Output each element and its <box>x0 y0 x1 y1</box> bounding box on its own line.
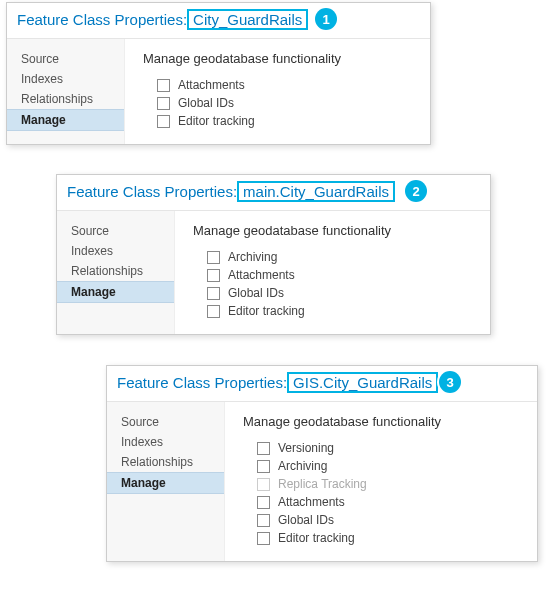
title-prefix: Feature Class Properties: <box>117 374 287 391</box>
sidebar-item-indexes[interactable]: Indexes <box>7 69 124 89</box>
checkbox-icon[interactable] <box>157 97 170 110</box>
sidebar-item-manage[interactable]: Manage <box>7 109 124 131</box>
checkbox-icon[interactable] <box>207 251 220 264</box>
checkbox-icon[interactable] <box>257 442 270 455</box>
option-label: Replica Tracking <box>278 477 367 491</box>
sidebar-item-relationships[interactable]: Relationships <box>7 89 124 109</box>
manage-panel: Manage geodatabase functionality Attachm… <box>125 39 430 144</box>
option-editor-tracking[interactable]: Editor tracking <box>143 112 412 130</box>
option-archiving[interactable]: Archiving <box>193 248 472 266</box>
option-attachments[interactable]: Attachments <box>193 266 472 284</box>
option-label: Versioning <box>278 441 334 455</box>
panel-title: Manage geodatabase functionality <box>193 223 472 238</box>
option-globalids[interactable]: Global IDs <box>243 511 519 529</box>
option-attachments[interactable]: Attachments <box>143 76 412 94</box>
sidebar: Source Indexes Relationships Manage <box>57 211 175 334</box>
dialog-3: Feature Class Properties: GIS.City_Guard… <box>106 365 538 562</box>
option-globalids[interactable]: Global IDs <box>193 284 472 302</box>
sidebar-item-indexes[interactable]: Indexes <box>57 241 174 261</box>
callout-marker-1: 1 <box>315 8 337 30</box>
checkbox-icon[interactable] <box>157 79 170 92</box>
dialog-body: Source Indexes Relationships Manage Mana… <box>107 402 537 561</box>
panel-title: Manage geodatabase functionality <box>143 51 412 66</box>
checkbox-icon[interactable] <box>257 532 270 545</box>
option-label: Global IDs <box>228 286 284 300</box>
option-label: Attachments <box>278 495 345 509</box>
option-editor-tracking[interactable]: Editor tracking <box>243 529 519 547</box>
option-globalids[interactable]: Global IDs <box>143 94 412 112</box>
dialog-2: Feature Class Properties: main.City_Guar… <box>56 174 491 335</box>
checkbox-icon[interactable] <box>157 115 170 128</box>
sidebar-item-source[interactable]: Source <box>7 49 124 69</box>
title-prefix: Feature Class Properties: <box>67 183 237 200</box>
sidebar-item-source[interactable]: Source <box>107 412 224 432</box>
option-label: Global IDs <box>278 513 334 527</box>
title-prefix: Feature Class Properties: <box>17 11 187 28</box>
sidebar-item-source[interactable]: Source <box>57 221 174 241</box>
option-label: Global IDs <box>178 96 234 110</box>
sidebar-item-relationships[interactable]: Relationships <box>57 261 174 281</box>
checkbox-icon[interactable] <box>257 496 270 509</box>
checkbox-icon[interactable] <box>207 305 220 318</box>
checkbox-icon[interactable] <box>257 514 270 527</box>
manage-panel: Manage geodatabase functionality Archivi… <box>175 211 490 334</box>
sidebar-item-relationships[interactable]: Relationships <box>107 452 224 472</box>
sidebar-item-indexes[interactable]: Indexes <box>107 432 224 452</box>
checkbox-icon[interactable] <box>257 460 270 473</box>
option-archiving[interactable]: Archiving <box>243 457 519 475</box>
title-name-1: City_GuardRails <box>187 9 308 30</box>
titlebar-1: Feature Class Properties: City_GuardRail… <box>7 3 430 39</box>
option-replica-tracking: Replica Tracking <box>243 475 519 493</box>
option-editor-tracking[interactable]: Editor tracking <box>193 302 472 320</box>
checkbox-icon[interactable] <box>207 287 220 300</box>
sidebar: Source Indexes Relationships Manage <box>7 39 125 144</box>
title-name-2: main.City_GuardRails <box>237 181 395 202</box>
checkbox-icon <box>257 478 270 491</box>
dialog-1: Feature Class Properties: City_GuardRail… <box>6 2 431 145</box>
manage-panel: Manage geodatabase functionality Version… <box>225 402 537 561</box>
callout-marker-3: 3 <box>439 371 461 393</box>
sidebar: Source Indexes Relationships Manage <box>107 402 225 561</box>
option-label: Attachments <box>228 268 295 282</box>
titlebar-2: Feature Class Properties: main.City_Guar… <box>57 175 490 211</box>
sidebar-item-manage[interactable]: Manage <box>57 281 174 303</box>
option-label: Editor tracking <box>228 304 305 318</box>
dialog-body: Source Indexes Relationships Manage Mana… <box>7 39 430 144</box>
option-label: Attachments <box>178 78 245 92</box>
option-attachments[interactable]: Attachments <box>243 493 519 511</box>
option-label: Archiving <box>228 250 277 264</box>
title-name-3: GIS.City_GuardRails <box>287 372 438 393</box>
option-label: Archiving <box>278 459 327 473</box>
checkbox-icon[interactable] <box>207 269 220 282</box>
panel-title: Manage geodatabase functionality <box>243 414 519 429</box>
titlebar-3: Feature Class Properties: GIS.City_Guard… <box>107 366 537 402</box>
dialog-body: Source Indexes Relationships Manage Mana… <box>57 211 490 334</box>
option-label: Editor tracking <box>278 531 355 545</box>
sidebar-item-manage[interactable]: Manage <box>107 472 224 494</box>
option-versioning[interactable]: Versioning <box>243 439 519 457</box>
callout-marker-2: 2 <box>405 180 427 202</box>
option-label: Editor tracking <box>178 114 255 128</box>
